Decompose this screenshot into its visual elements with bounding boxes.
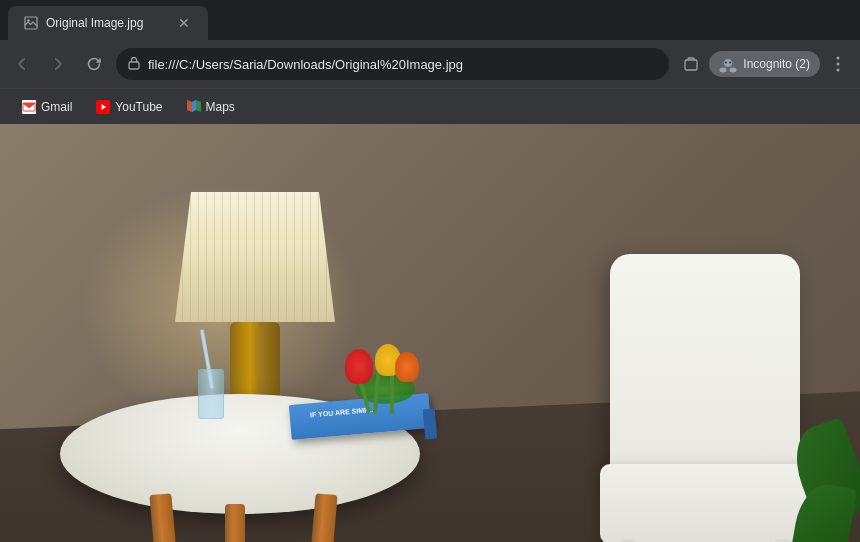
red-tulip	[345, 349, 373, 384]
forward-button[interactable]	[44, 50, 72, 78]
tab-bar: Original Image.jpg ✕	[0, 0, 860, 40]
lamp-shade-lines	[175, 192, 335, 322]
reload-icon	[86, 56, 102, 72]
tab-favicon-icon	[24, 16, 38, 30]
bookmark-gmail-label: Gmail	[41, 100, 72, 114]
orange-tulip	[395, 352, 419, 382]
bookmark-maps-label: Maps	[206, 100, 235, 114]
book-spine	[423, 409, 438, 440]
back-button[interactable]	[8, 50, 36, 78]
svg-marker-17	[192, 100, 196, 112]
bookmark-youtube-label: YouTube	[115, 100, 162, 114]
more-options-icon	[836, 56, 840, 72]
incognito-label: Incognito (2)	[743, 57, 810, 71]
address-bar[interactable]: file:///C:/Users/Saria/Downloads/Origina…	[116, 48, 669, 80]
content-area: IF YOU ARE SIMP...	[0, 124, 860, 542]
incognito-icon	[719, 55, 737, 73]
forward-icon	[49, 55, 67, 73]
maps-favicon-icon	[187, 100, 201, 114]
gmail-favicon-icon	[22, 100, 36, 114]
toolbar: file:///C:/Users/Saria/Downloads/Origina…	[0, 40, 860, 88]
lamp-base	[230, 322, 280, 402]
bookmarks-bar: Gmail YouTube Maps	[0, 88, 860, 124]
chair-seat	[600, 464, 810, 542]
toolbar-right: Incognito (2)	[677, 50, 852, 78]
bookmark-maps[interactable]: Maps	[177, 96, 245, 118]
svg-point-7	[725, 62, 727, 64]
image-scene: IF YOU ARE SIMP...	[0, 124, 860, 542]
svg-point-9	[837, 57, 840, 60]
tab-title: Original Image.jpg	[46, 16, 168, 30]
browser-frame: Original Image.jpg ✕	[0, 0, 860, 542]
incognito-indicator[interactable]: Incognito (2)	[709, 51, 820, 77]
table-leg-center	[225, 504, 245, 542]
more-options-button[interactable]	[824, 50, 852, 78]
address-text: file:///C:/Users/Saria/Downloads/Origina…	[148, 57, 657, 72]
lock-icon	[128, 56, 140, 73]
plant	[780, 404, 860, 542]
svg-marker-18	[187, 100, 192, 112]
svg-point-1	[27, 19, 29, 21]
svg-point-5	[720, 68, 727, 73]
svg-point-6	[730, 68, 737, 73]
svg-point-8	[729, 62, 731, 64]
tab-switcher-button[interactable]	[677, 50, 705, 78]
tab-switcher-icon	[683, 56, 699, 72]
youtube-favicon-icon	[96, 100, 110, 114]
reload-button[interactable]	[80, 50, 108, 78]
chair-back	[610, 254, 800, 484]
svg-point-10	[837, 63, 840, 66]
svg-rect-3	[685, 60, 697, 70]
plant-leaf-2	[788, 480, 858, 542]
pen-holder	[198, 369, 224, 419]
tab-close-button[interactable]: ✕	[176, 15, 192, 31]
svg-rect-2	[129, 62, 139, 69]
back-icon	[13, 55, 31, 73]
svg-point-11	[837, 69, 840, 72]
active-tab[interactable]: Original Image.jpg ✕	[8, 6, 208, 40]
bookmark-gmail[interactable]: Gmail	[12, 96, 82, 118]
bookmark-youtube[interactable]: YouTube	[86, 96, 172, 118]
